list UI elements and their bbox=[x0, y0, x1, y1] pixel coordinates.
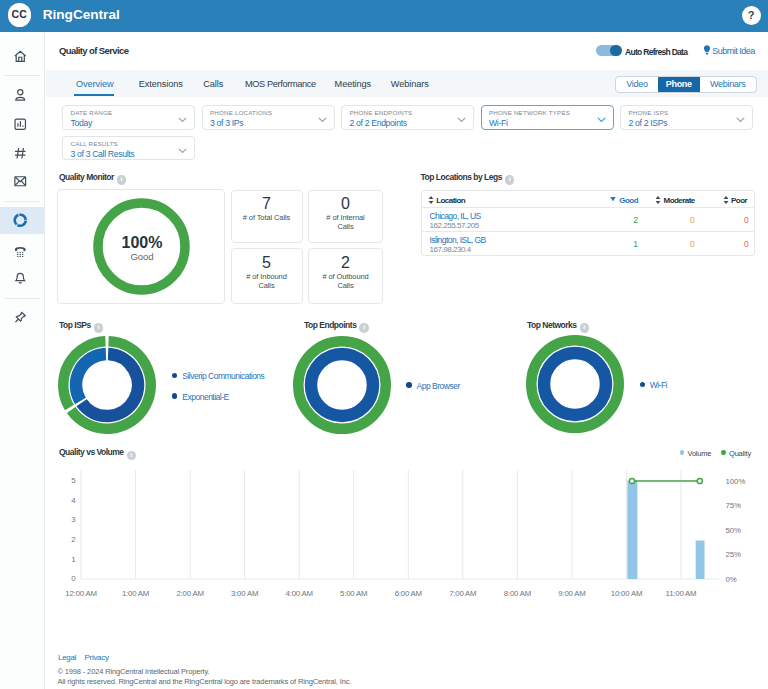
svg-text:11:00 AM: 11:00 AM bbox=[666, 589, 697, 598]
svg-text:2: 2 bbox=[71, 535, 75, 544]
svg-text:50%: 50% bbox=[725, 526, 741, 535]
svg-text:Good: Good bbox=[130, 251, 153, 262]
svg-text:10:00 AM: 10:00 AM bbox=[611, 589, 642, 598]
svg-text:7:00 AM: 7:00 AM bbox=[449, 589, 476, 598]
svg-text:5: 5 bbox=[71, 476, 76, 485]
svg-text:9:00 AM: 9:00 AM bbox=[558, 589, 585, 598]
svg-text:3: 3 bbox=[71, 515, 75, 524]
svg-text:75%: 75% bbox=[725, 501, 741, 510]
svg-text:0: 0 bbox=[71, 574, 76, 583]
svg-text:5:00 AM: 5:00 AM bbox=[340, 589, 367, 598]
svg-text:3:00 AM: 3:00 AM bbox=[231, 589, 258, 598]
svg-text:1: 1 bbox=[71, 555, 75, 564]
svg-text:4:00 AM: 4:00 AM bbox=[286, 589, 313, 598]
svg-text:0%: 0% bbox=[725, 575, 736, 584]
svg-text:1:00 AM: 1:00 AM bbox=[122, 589, 149, 598]
svg-text:2:00 AM: 2:00 AM bbox=[176, 589, 203, 598]
svg-text:4: 4 bbox=[71, 496, 76, 505]
svg-text:6:00 AM: 6:00 AM bbox=[395, 589, 422, 598]
svg-text:100%: 100% bbox=[725, 477, 745, 486]
svg-text:12:00 AM: 12:00 AM bbox=[65, 589, 96, 598]
svg-text:8:00 AM: 8:00 AM bbox=[504, 589, 531, 598]
svg-text:100%: 100% bbox=[122, 234, 163, 251]
svg-text:25%: 25% bbox=[725, 550, 741, 559]
